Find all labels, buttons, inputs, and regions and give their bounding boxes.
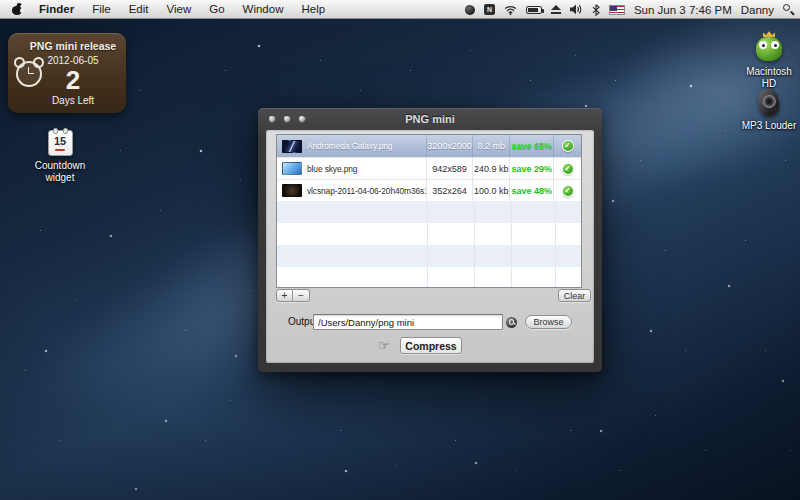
menu-item-go[interactable]: Go (200, 0, 233, 19)
menu-item-help[interactable]: Help (292, 0, 334, 19)
bluetooth-icon[interactable] (592, 4, 600, 16)
battery-icon[interactable] (526, 6, 542, 14)
dimensions-cell: 942x589 (427, 158, 474, 179)
alarm-clock-icon (16, 61, 42, 87)
status-cell: ✓ (554, 180, 581, 201)
remove-file-button[interactable]: − (293, 289, 310, 302)
empty-table-rows (277, 201, 581, 288)
compress-button[interactable]: Compress (400, 337, 462, 354)
calendar-month-mark (55, 149, 65, 152)
window-controls (268, 115, 306, 123)
desktop-icon-label: Macintosh HD (743, 66, 795, 89)
table-row[interactable]: vlcsnap-2011-04-06-20h40m36s165.png 352x… (277, 179, 581, 201)
desktop: Finder File Edit View Go Window Help N (0, 0, 800, 500)
countdown-widget-panel[interactable]: PNG mini release 2012-06-05 2 Days Left (8, 33, 126, 113)
eject-icon[interactable] (551, 5, 561, 14)
check-icon: ✓ (562, 140, 574, 152)
status-cell: ✓ (554, 135, 581, 157)
pointing-hand-icon: ☞ (378, 338, 390, 354)
file-thumbnail (282, 162, 302, 175)
table-row[interactable]: Andromeda Galaxy.png 3200x2000 8.2 mb sa… (277, 135, 581, 157)
dimensions-cell: 352x264 (427, 180, 474, 201)
browse-button[interactable]: Browse (525, 315, 572, 329)
green-monster-drive-icon (752, 30, 786, 64)
speaker-icon (752, 86, 786, 120)
file-name-cell: blue skye.png (277, 158, 427, 179)
menu-user[interactable]: Danny (741, 1, 774, 19)
reveal-path-icon[interactable] (506, 317, 517, 328)
input-menu-icon[interactable]: N (484, 4, 495, 15)
close-button[interactable] (268, 115, 276, 123)
menu-item-view[interactable]: View (158, 0, 201, 19)
menu-clock[interactable]: Sun Jun 3 7:46 PM (634, 1, 732, 19)
volume-icon[interactable] (570, 4, 583, 15)
dimensions-cell: 3200x2000 (427, 135, 474, 157)
menu-item-finder[interactable]: Finder (30, 0, 83, 19)
add-remove-group: + − (276, 289, 310, 302)
zoom-button[interactable] (298, 115, 306, 123)
size-cell: 8.2 mb (473, 135, 510, 157)
app-status-icon[interactable] (465, 5, 475, 15)
wifi-icon[interactable] (504, 5, 517, 15)
menu-bar-left: Finder File Edit View Go Window Help (0, 0, 334, 18)
widget-days-left-caption: Days Left (24, 95, 122, 106)
png-mini-window: PNG mini Andromeda Galaxy.png 3200x2000 … (258, 108, 602, 372)
window-title: PNG mini (405, 113, 455, 125)
desktop-icon-macintosh-hd[interactable]: Macintosh HD (740, 30, 798, 89)
file-thumbnail (282, 140, 302, 153)
file-table: Andromeda Galaxy.png 3200x2000 8.2 mb sa… (276, 134, 582, 288)
menu-bar-status: N Sun Jun 3 7:46 PM Danny (465, 0, 794, 19)
window-content: Andromeda Galaxy.png 3200x2000 8.2 mb sa… (266, 130, 594, 363)
add-file-button[interactable]: + (276, 289, 293, 302)
check-icon: ✓ (562, 163, 574, 175)
menu-bar: Finder File Edit View Go Window Help N (0, 0, 800, 19)
apple-menu-icon[interactable] (12, 4, 22, 15)
desktop-icon-countdown-widget[interactable]: 15 Countdown widget (28, 130, 92, 183)
table-row[interactable]: blue skye.png 942x589 240.9 kb save 29% … (277, 157, 581, 179)
desktop-icon-label: MP3 Louder (735, 120, 800, 132)
desktop-icon-label: Countdown widget (28, 160, 92, 183)
menu-item-window[interactable]: Window (234, 0, 293, 19)
size-cell: 100.0 kb (473, 180, 510, 201)
calendar-day: 15 (49, 135, 72, 147)
clear-button[interactable]: Clear (558, 289, 591, 302)
widget-title: PNG mini release (24, 40, 122, 52)
check-icon: ✓ (562, 185, 574, 197)
desktop-icon-mp3-louder[interactable]: MP3 Louder (735, 88, 800, 132)
output-row: Output: Browse (266, 314, 594, 330)
output-path-input[interactable] (313, 314, 503, 330)
menu-item-edit[interactable]: Edit (120, 0, 158, 19)
minimize-button[interactable] (283, 115, 291, 123)
menu-item-file[interactable]: File (83, 0, 120, 19)
file-name-cell: Andromeda Galaxy.png (277, 135, 427, 157)
us-flag-icon[interactable] (609, 5, 625, 15)
compress-row: ☞ Compress (266, 337, 594, 355)
spotlight-search-icon[interactable] (783, 4, 794, 15)
calendar-icon: 15 (48, 130, 73, 156)
file-name-cell: vlcsnap-2011-04-06-20h40m36s165.png (277, 180, 427, 201)
window-titlebar[interactable]: PNG mini (258, 108, 602, 130)
savings-cell: save 65% (510, 135, 554, 157)
savings-cell: save 29% (510, 158, 554, 179)
file-thumbnail (282, 184, 302, 197)
status-cell: ✓ (554, 158, 581, 179)
size-cell: 240.9 kb (473, 158, 510, 179)
savings-cell: save 48% (510, 180, 554, 201)
